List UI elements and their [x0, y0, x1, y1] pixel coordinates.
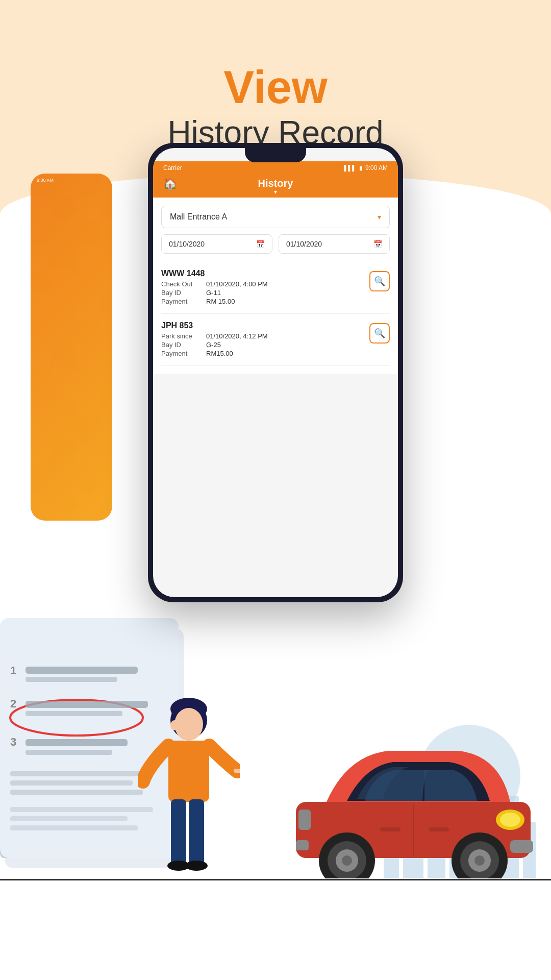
svg-text:2: 2	[10, 697, 16, 710]
svg-rect-10	[26, 739, 128, 746]
svg-rect-13	[10, 780, 133, 786]
person-illustration	[138, 695, 240, 880]
record-1-plate: WWW 1448	[161, 269, 364, 278]
header-dropdown-arrow[interactable]: ▾	[274, 188, 277, 195]
dropdown-arrow-icon: ▾	[378, 213, 381, 221]
svg-rect-41	[380, 827, 400, 831]
record-1-label2: Bay ID	[161, 289, 202, 297]
signal-icon: ▌▌▌	[344, 165, 356, 171]
record-1-bay: Bay ID G-11	[161, 289, 364, 297]
record-1-value1: 01/10/2020, 4:00 PM	[206, 280, 268, 288]
svg-rect-44	[296, 840, 309, 850]
background-phone-screen: 9:00 AM	[31, 174, 112, 521]
record-1-payment: Payment RM 15.00	[161, 298, 364, 305]
svg-rect-7	[26, 701, 148, 708]
record-2-plate: JPH 853	[161, 321, 364, 330]
record-item-2: JPH 853 Park since 01/10/2020, 4:12 PM B…	[161, 314, 390, 366]
background-phone: 9:00 AM	[31, 174, 112, 521]
svg-rect-12	[10, 771, 153, 776]
location-dropdown[interactable]: Mall Entrance A ▾	[161, 206, 390, 228]
record-2-label2: Bay ID	[161, 341, 202, 349]
svg-rect-22	[168, 741, 209, 802]
record-1-label1: Check Out	[161, 280, 202, 288]
svg-point-20	[174, 708, 203, 741]
svg-rect-25	[189, 799, 204, 866]
bg-phone-status: 9:00 AM	[31, 174, 112, 187]
svg-rect-16	[10, 816, 128, 821]
app-title: History	[258, 178, 293, 189]
record-1-info: WWW 1448 Check Out 01/10/2020, 4:00 PM B…	[161, 269, 364, 306]
record-2-info: JPH 853 Park since 01/10/2020, 4:12 PM B…	[161, 321, 364, 358]
record-2-value2: G-25	[206, 341, 221, 349]
illustration-section: 1 2 3	[0, 582, 551, 980]
record-item-1: WWW 1448 Check Out 01/10/2020, 4:00 PM B…	[161, 262, 390, 314]
calendar-to-icon: 📅	[373, 240, 382, 248]
car-illustration	[286, 725, 541, 880]
record-1-label3: Payment	[161, 298, 202, 305]
main-phone: Carrier ▌▌▌ ▮ 9:00 AM 🏠 History ▾ Mall E…	[148, 143, 403, 602]
svg-rect-15	[10, 807, 153, 812]
search-icon-1: 🔍	[374, 276, 385, 287]
record-2-value1: 01/10/2020, 4:12 PM	[206, 332, 268, 340]
date-to-field[interactable]: 01/10/2020 📅	[279, 234, 390, 254]
svg-rect-23	[234, 769, 240, 773]
record-2-search-button[interactable]: 🔍	[369, 323, 390, 344]
svg-point-27	[185, 861, 208, 871]
svg-rect-17	[10, 825, 138, 830]
svg-rect-4	[26, 667, 138, 674]
record-1-value3: RM 15.00	[206, 298, 235, 305]
svg-rect-5	[26, 677, 117, 682]
search-icon-2: 🔍	[374, 328, 385, 339]
record-2-bay: Bay ID G-25	[161, 341, 364, 349]
car-svg	[286, 725, 541, 878]
record-2-parksince: Park since 01/10/2020, 4:12 PM	[161, 332, 364, 340]
svg-rect-8	[26, 711, 122, 716]
bg-time: 9:00 AM	[37, 178, 54, 183]
time-label: 9:00 AM	[365, 164, 388, 172]
record-2-label1: Park since	[161, 332, 202, 340]
svg-point-21	[170, 720, 179, 730]
record-1-search-button[interactable]: 🔍	[369, 271, 390, 291]
phone-screen: Carrier ▌▌▌ ▮ 9:00 AM 🏠 History ▾ Mall E…	[153, 148, 398, 597]
app-content: Mall Entrance A ▾ 01/10/2020 📅 01/10/202…	[153, 198, 398, 374]
hero-text-container: View History Record	[0, 0, 551, 152]
record-2-payment: Payment RM15.00	[161, 350, 364, 357]
record-2-value3: RM15.00	[206, 350, 233, 357]
svg-rect-31	[298, 810, 311, 830]
svg-point-30	[500, 813, 520, 827]
date-from-field[interactable]: 01/10/2020 📅	[161, 234, 272, 254]
svg-rect-24	[171, 799, 186, 866]
hero-view-label: View	[0, 61, 551, 114]
svg-point-39	[474, 855, 485, 866]
svg-text:3: 3	[10, 736, 16, 748]
app-header: 🏠 History ▾	[153, 172, 398, 198]
record-2-label3: Payment	[161, 350, 202, 357]
record-1-checkout: Check Out 01/10/2020, 4:00 PM	[161, 280, 364, 288]
svg-rect-14	[10, 790, 143, 795]
location-value: Mall Entrance A	[170, 212, 227, 222]
phone-section: 9:00 AM Carrier ▌▌▌ ▮ 9:00 AM 🏠 History	[46, 143, 505, 602]
carrier-label: Carrier	[163, 164, 182, 172]
record-1-value2: G-11	[206, 289, 221, 297]
calendar-from-icon: 📅	[256, 240, 265, 248]
phone-notch	[245, 148, 306, 162]
battery-icon: ▮	[359, 165, 362, 172]
status-bar: Carrier ▌▌▌ ▮ 9:00 AM	[153, 161, 398, 172]
date-range-row: 01/10/2020 📅 01/10/2020 📅	[161, 234, 390, 254]
svg-rect-11	[26, 750, 112, 755]
date-to-value: 01/10/2020	[286, 240, 322, 248]
svg-rect-42	[429, 827, 449, 831]
svg-text:1: 1	[10, 664, 16, 677]
svg-rect-43	[510, 840, 533, 853]
status-right-group: ▌▌▌ ▮ 9:00 AM	[344, 164, 388, 172]
person-svg	[138, 695, 240, 878]
ground	[0, 879, 551, 980]
home-icon[interactable]: 🏠	[163, 177, 177, 190]
svg-point-35	[342, 855, 352, 866]
date-from-value: 01/10/2020	[169, 240, 205, 248]
